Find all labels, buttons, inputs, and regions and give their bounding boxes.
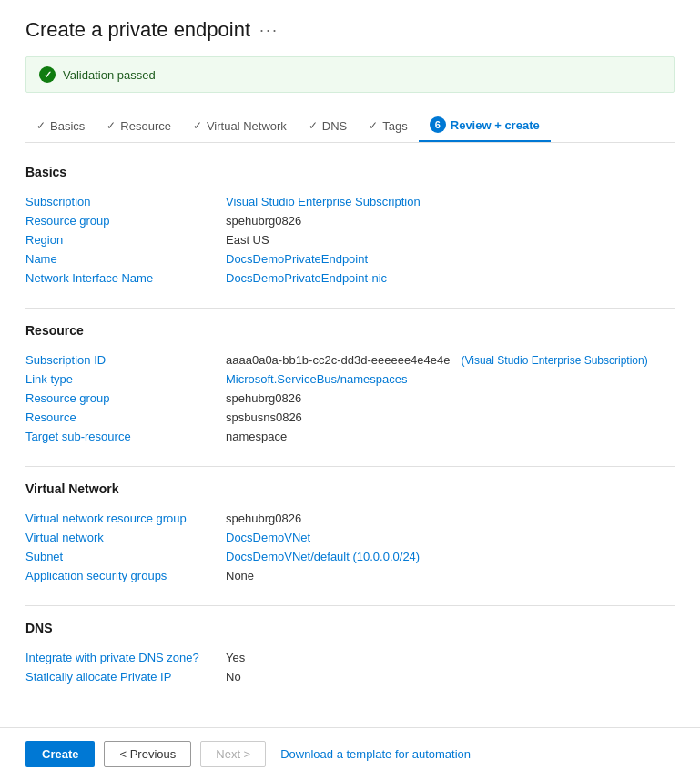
validation-banner: Validation passed xyxy=(25,56,675,93)
field-vnet: Virtual network DocsDemoVNet xyxy=(25,528,675,547)
note-subscription-id: (Visual Studio Enterprise Subscription) xyxy=(462,354,648,367)
step-resource-check: ✓ xyxy=(107,119,116,132)
value-static-ip: No xyxy=(226,670,675,684)
create-button[interactable]: Create xyxy=(25,741,95,767)
value-vnet-resource-group: spehubrg0826 xyxy=(226,512,675,525)
validation-message: Validation passed xyxy=(63,68,156,82)
field-nic-name: Network Interface Name DocsDemoPrivateEn… xyxy=(25,268,675,288)
label-app-security-groups: Application security groups xyxy=(25,569,226,582)
vnet-section: Virtual Network Virtual network resource… xyxy=(25,481,675,585)
step-vnet-label: Virtual Network xyxy=(207,119,287,133)
vnet-section-title: Virtual Network xyxy=(25,481,675,500)
page-title: Create a private endpoint xyxy=(25,18,250,42)
divider-resource-vnet xyxy=(25,466,675,467)
value-link-type: Microsoft.ServiceBus/namespaces xyxy=(226,372,675,386)
label-subnet: Subnet xyxy=(25,550,226,563)
step-dns-label: DNS xyxy=(322,119,347,133)
dns-section-title: DNS xyxy=(25,621,675,639)
field-subscription: Subscription Visual Studio Enterprise Su… xyxy=(25,192,675,211)
step-review-badge: 6 xyxy=(430,116,446,133)
field-link-type: Link type Microsoft.ServiceBus/namespace… xyxy=(25,370,675,389)
label-resource-group: Resource group xyxy=(25,214,226,228)
dns-section: DNS Integrate with private DNS zone? Yes… xyxy=(25,621,675,686)
step-basics-label: Basics xyxy=(50,119,85,133)
field-subscription-id: Subscription ID aaaa0a0a-bb1b-cc2c-dd3d-… xyxy=(25,350,675,370)
value-name: DocsDemoPrivateEndpoint xyxy=(226,252,675,266)
label-vnet-resource-group: Virtual network resource group xyxy=(25,512,226,525)
steps-navigation: ✓ Basics ✓ Resource ✓ Virtual Network ✓ … xyxy=(25,109,675,143)
step-resource-label: Resource xyxy=(120,119,171,133)
previous-button[interactable]: < Previous xyxy=(104,741,191,767)
resource-section-title: Resource xyxy=(25,323,675,341)
field-resource-group: Resource group spehubrg0826 xyxy=(25,211,675,230)
value-vnet: DocsDemoVNet xyxy=(226,531,675,544)
value-private-dns: Yes xyxy=(226,651,675,664)
value-subnet: DocsDemoVNet/default (10.0.0.0/24) xyxy=(226,550,675,563)
label-private-dns: Integrate with private DNS zone? xyxy=(25,651,226,664)
field-vnet-resource-group: Virtual network resource group spehubrg0… xyxy=(25,509,675,528)
label-nic-name: Network Interface Name xyxy=(25,271,226,285)
value-subscription-id: aaaa0a0a-bb1b-cc2c-dd3d-eeeeee4e4e4e (Vi… xyxy=(226,353,675,367)
label-subscription: Subscription xyxy=(25,195,226,208)
label-link-type: Link type xyxy=(25,372,226,386)
step-resource[interactable]: ✓ Resource xyxy=(96,112,182,140)
step-dns[interactable]: ✓ DNS xyxy=(298,112,358,140)
divider-vnet-dns xyxy=(25,605,675,606)
field-app-security-groups: Application security groups None xyxy=(25,566,675,585)
label-target-sub-resource: Target sub-resource xyxy=(25,430,226,443)
field-name: Name DocsDemoPrivateEndpoint xyxy=(25,249,675,268)
step-dns-check: ✓ xyxy=(309,119,318,132)
value-resource-group-res: spehubrg0826 xyxy=(226,391,675,405)
label-region: Region xyxy=(25,233,226,247)
field-region: Region East US xyxy=(25,230,675,249)
value-resource: spsbusns0826 xyxy=(226,410,675,424)
step-basics-check: ✓ xyxy=(36,119,46,132)
download-template-link[interactable]: Download a template for automation xyxy=(280,747,471,761)
label-subscription-id: Subscription ID xyxy=(25,353,226,367)
next-button[interactable]: Next > xyxy=(200,741,266,767)
step-tags-check: ✓ xyxy=(369,119,378,132)
step-tags[interactable]: ✓ Tags xyxy=(358,112,418,140)
label-resource-group-res: Resource group xyxy=(25,391,226,405)
field-resource-group-res: Resource group spehubrg0826 xyxy=(25,389,675,408)
divider-basics-resource xyxy=(25,308,675,309)
label-resource: Resource xyxy=(25,410,226,424)
value-subscription: Visual Studio Enterprise Subscription xyxy=(226,195,675,208)
step-basics[interactable]: ✓ Basics xyxy=(25,112,96,140)
step-tags-label: Tags xyxy=(382,119,407,133)
field-private-dns: Integrate with private DNS zone? Yes xyxy=(25,648,675,667)
value-nic-name: DocsDemoPrivateEndpoint-nic xyxy=(226,271,675,285)
page-options-icon[interactable]: ··· xyxy=(259,21,279,40)
value-target-sub-resource: namespace xyxy=(226,430,675,443)
value-resource-group: spehubrg0826 xyxy=(226,214,675,228)
basics-section-title: Basics xyxy=(25,165,675,183)
step-review-create[interactable]: 6 Review + create xyxy=(419,109,551,142)
validation-check-icon xyxy=(39,66,56,83)
step-vnet-check: ✓ xyxy=(193,119,202,132)
field-resource: Resource spsbusns0826 xyxy=(25,408,675,427)
resource-section: Resource Subscription ID aaaa0a0a-bb1b-c… xyxy=(25,323,675,446)
value-app-security-groups: None xyxy=(226,569,675,582)
bottom-bar: Create < Previous Next > Download a temp… xyxy=(0,727,700,780)
step-review-label: Review + create xyxy=(451,118,540,132)
label-static-ip: Statically allocate Private IP xyxy=(25,670,226,684)
value-region: East US xyxy=(226,233,675,247)
field-subnet: Subnet DocsDemoVNet/default (10.0.0.0/24… xyxy=(25,547,675,566)
field-static-ip: Statically allocate Private IP No xyxy=(25,667,675,686)
label-vnet: Virtual network xyxy=(25,531,226,544)
basics-section: Basics Subscription Visual Studio Enterp… xyxy=(25,165,675,288)
step-virtual-network[interactable]: ✓ Virtual Network xyxy=(182,112,298,140)
label-name: Name xyxy=(25,252,226,266)
field-target-sub-resource: Target sub-resource namespace xyxy=(25,427,675,446)
